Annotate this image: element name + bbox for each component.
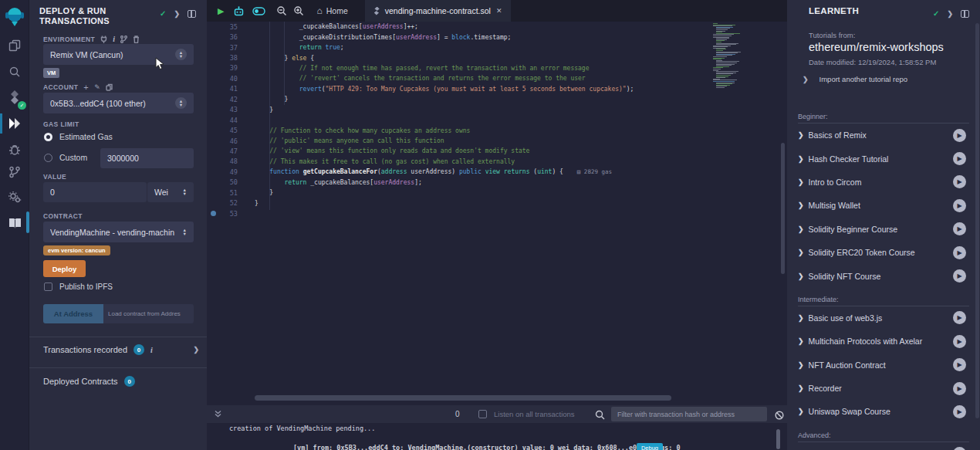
terminal-scrollbar[interactable] <box>776 429 780 449</box>
learneth-book-icon[interactable] <box>0 213 29 233</box>
environment-select[interactable]: Remix VM (Cancun) ▲▼ <box>43 44 194 65</box>
zoom-in-icon[interactable] <box>293 5 304 16</box>
tutorial-item[interactable]: ❯Hash Checker Tutorial▶ <box>798 147 969 170</box>
ai-copilot-icon[interactable] <box>233 6 245 16</box>
tutorial-item[interactable]: ❯Recorder▶ <box>798 377 969 400</box>
start-tutorial-play-button[interactable]: ▶ <box>953 246 966 259</box>
editor-vertical-scrollbar[interactable] <box>781 143 785 274</box>
radio-icon <box>44 154 52 162</box>
fork-environment-icon[interactable] <box>120 36 127 43</box>
line-number: 43 <box>207 106 238 113</box>
code-line: 49 function getCupcakeBalanceFor(address… <box>207 167 787 177</box>
file-tab[interactable]: vending-machine-contract.sol ✕ <box>365 0 512 22</box>
start-tutorial-play-button[interactable]: ▶ <box>953 152 966 165</box>
home-icon[interactable]: ⌂ <box>316 5 322 16</box>
line-number: 48 <box>207 157 238 165</box>
terminal-log[interactable]: creation of VendingMachine pending... [v… <box>207 423 787 450</box>
copilot-toggle[interactable] <box>252 7 265 15</box>
deploy-button[interactable]: Deploy <box>43 260 86 277</box>
start-tutorial-play-button[interactable]: ▶ <box>953 335 966 348</box>
tutorial-item[interactable]: ❯Solidity NFT Course▶ <box>798 264 969 287</box>
vm-badge: VM <box>43 68 59 78</box>
run-script-icon[interactable]: ▶ <box>218 6 224 16</box>
tutorial-item-label: Basic use of web3.js <box>809 313 948 323</box>
panel-title: DEPLOY & RUN TRANSACTIONS <box>39 6 140 25</box>
debugger-icon[interactable] <box>0 140 29 160</box>
transactions-recorded-row[interactable]: Transactions recorded 0 i ❯ <box>43 344 199 355</box>
start-tutorial-play-button[interactable]: ▶ <box>953 447 966 450</box>
tutorial-item[interactable]: ❯Intro to Circom▶ <box>798 171 969 194</box>
value-unit-select[interactable]: Wei ▲▼ <box>147 182 194 202</box>
start-tutorial-play-button[interactable]: ▶ <box>953 405 966 418</box>
learneth-panel: LEARNETH ✓ ❯ Tutorials from: ethereum/re… <box>787 0 980 450</box>
account-select[interactable]: 0x5B3...eddC4 (100 ether) ▲▼ <box>43 93 194 113</box>
close-tab-icon[interactable]: ✕ <box>496 7 502 15</box>
tutorial-item[interactable]: ❯NFT Auction Contract▶ <box>798 354 969 377</box>
start-tutorial-play-button[interactable]: ▶ <box>953 175 966 188</box>
line-number: 42 <box>207 96 238 103</box>
at-address-input[interactable] <box>103 304 194 323</box>
evm-version-badge: evm version: cancun <box>43 245 110 255</box>
code-editor[interactable]: 35 _cupcakeBalances[userAddress]++;36 _c… <box>207 22 787 404</box>
source-control-icon[interactable] <box>0 162 29 182</box>
tutorial-item[interactable]: ❯Multichain Protocols with Axelar▶ <box>798 330 969 353</box>
file-explorer-icon[interactable] <box>0 36 29 56</box>
editor-horizontal-scrollbar[interactable] <box>255 395 671 401</box>
copy-account-icon[interactable] <box>106 83 113 91</box>
tutorial-item-label: Multisig Wallet <box>809 201 948 210</box>
solidity-compiler-icon[interactable]: ✓ <box>0 87 29 107</box>
value-input[interactable] <box>43 182 147 202</box>
collapse-panel-icon[interactable]: ❯ <box>174 10 180 18</box>
tutorial-item[interactable]: ❯Basic use of web3.js▶ <box>798 306 969 330</box>
divider <box>29 337 207 337</box>
deploy-and-run-icon[interactable] <box>0 113 29 134</box>
import-tutorial-repo[interactable]: ❯ Import another tutorial repo <box>803 75 907 83</box>
tutorial-item-label: Solidity NFT Course <box>809 272 948 281</box>
tutorial-item-label: Solidity Beginner Course <box>809 225 948 234</box>
transactions-info-icon[interactable]: i <box>150 346 153 354</box>
at-address-button[interactable]: At Address <box>43 304 103 323</box>
pin-panel-icon[interactable] <box>961 10 969 18</box>
start-tutorial-play-button[interactable]: ▶ <box>953 129 966 142</box>
start-tutorial-play-button[interactable]: ▶ <box>953 382 966 395</box>
expand-terminal-icon[interactable] <box>214 410 222 418</box>
debug-button[interactable]: Debug <box>637 443 663 450</box>
plugin-settings-icon[interactable] <box>0 187 29 207</box>
code-line: 38 } else { <box>207 52 787 63</box>
collapse-panel-icon[interactable]: ❯ <box>947 10 953 18</box>
start-tutorial-play-button[interactable]: ▶ <box>953 269 966 283</box>
chevron-right-icon: ❯ <box>798 314 804 322</box>
home-tab[interactable]: Home <box>326 6 348 15</box>
environment-info-icon[interactable]: i <box>113 35 115 43</box>
custom-gas-input[interactable] <box>100 148 194 168</box>
tutorial-item[interactable]: ❯Uniswap Swap Course▶ <box>798 400 969 423</box>
tutorial-item[interactable]: ❯Basics of Remix▶ <box>798 123 969 147</box>
remix-logo-icon[interactable] <box>0 5 29 28</box>
edit-account-icon[interactable]: ✎ <box>94 83 100 91</box>
delete-environment-icon[interactable] <box>133 36 140 43</box>
learneth-scrollbar[interactable] <box>975 23 979 418</box>
tutorial-item[interactable]: ❯Solidity ERC20 Token Course▶ <box>798 241 969 264</box>
search-icon[interactable] <box>0 62 29 82</box>
tutorial-item[interactable]: ❯All about Proxy Contracts▶ <box>798 442 969 450</box>
deployed-contracts-row[interactable]: Deployed Contracts 0 <box>43 376 199 387</box>
publish-ipfs-option[interactable]: Publish to IPFS <box>44 283 113 291</box>
tutorial-item[interactable]: ❯Multisig Wallet▶ <box>798 194 969 217</box>
editor-minimap[interactable] <box>710 23 742 247</box>
start-tutorial-play-button[interactable]: ▶ <box>953 199 966 212</box>
start-tutorial-play-button[interactable]: ▶ <box>953 222 966 235</box>
add-account-icon[interactable]: + <box>83 84 89 90</box>
value-label: VALUE <box>43 173 66 181</box>
start-tutorial-play-button[interactable]: ▶ <box>953 311 966 324</box>
zoom-out-icon[interactable] <box>276 5 287 16</box>
terminal-filter-input[interactable] <box>611 407 767 421</box>
plug-icon[interactable] <box>100 36 107 43</box>
clear-terminal-icon[interactable] <box>775 409 784 423</box>
listen-checkbox[interactable] <box>478 410 487 418</box>
contract-select[interactable]: VendingMachine - vending-machin ▲▼ <box>43 222 194 242</box>
pin-panel-icon[interactable] <box>188 10 196 18</box>
start-tutorial-play-button[interactable]: ▶ <box>953 358 966 371</box>
custom-gas-option[interactable]: Custom <box>44 153 87 162</box>
estimated-gas-option[interactable]: Estimated Gas <box>44 132 113 141</box>
tutorial-item[interactable]: ❯Solidity Beginner Course▶ <box>798 218 969 241</box>
